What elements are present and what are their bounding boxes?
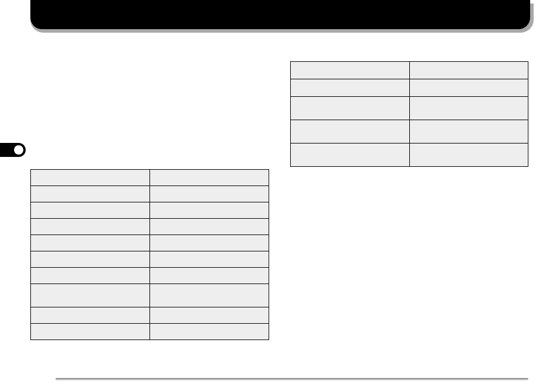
banner — [30, 0, 530, 29]
table-row — [291, 144, 528, 167]
cell — [410, 62, 528, 79]
cell — [150, 307, 269, 324]
cell — [150, 324, 269, 340]
side-tab — [0, 143, 26, 157]
table-row — [31, 307, 269, 324]
cell — [31, 235, 150, 251]
table-row — [31, 251, 269, 268]
cell — [31, 324, 150, 340]
cell — [150, 186, 269, 202]
banner-container — [30, 0, 534, 34]
table-row — [31, 202, 269, 219]
cell — [31, 186, 150, 202]
table-row — [31, 268, 269, 284]
table-row — [31, 284, 269, 307]
cell — [31, 202, 150, 219]
cell — [150, 235, 269, 251]
separator — [55, 378, 528, 380]
circle-icon — [14, 145, 23, 155]
cell — [31, 170, 150, 186]
cell — [291, 144, 410, 167]
cell — [150, 202, 269, 219]
table-row — [31, 170, 269, 186]
cell — [31, 219, 150, 235]
table-right — [290, 61, 528, 167]
table-row — [291, 62, 528, 79]
cell — [150, 170, 269, 186]
table-row — [291, 97, 528, 120]
table-row — [31, 324, 269, 340]
cell — [31, 268, 150, 284]
cell — [31, 307, 150, 324]
table-row — [31, 235, 269, 251]
cell — [291, 62, 410, 79]
cell — [31, 251, 150, 268]
table-row — [291, 120, 528, 144]
cell — [150, 268, 269, 284]
cell — [410, 144, 528, 167]
cell — [410, 97, 528, 120]
cell — [291, 97, 410, 120]
cell — [31, 284, 150, 307]
cell — [410, 79, 528, 97]
cell — [150, 219, 269, 235]
cell — [150, 251, 269, 268]
cell — [291, 120, 410, 144]
cell — [410, 120, 528, 144]
cell — [291, 79, 410, 97]
table-row — [31, 186, 269, 202]
page — [0, 0, 557, 392]
table-row — [291, 79, 528, 97]
table-row — [31, 219, 269, 235]
cell — [150, 284, 269, 307]
table-left — [30, 169, 269, 340]
